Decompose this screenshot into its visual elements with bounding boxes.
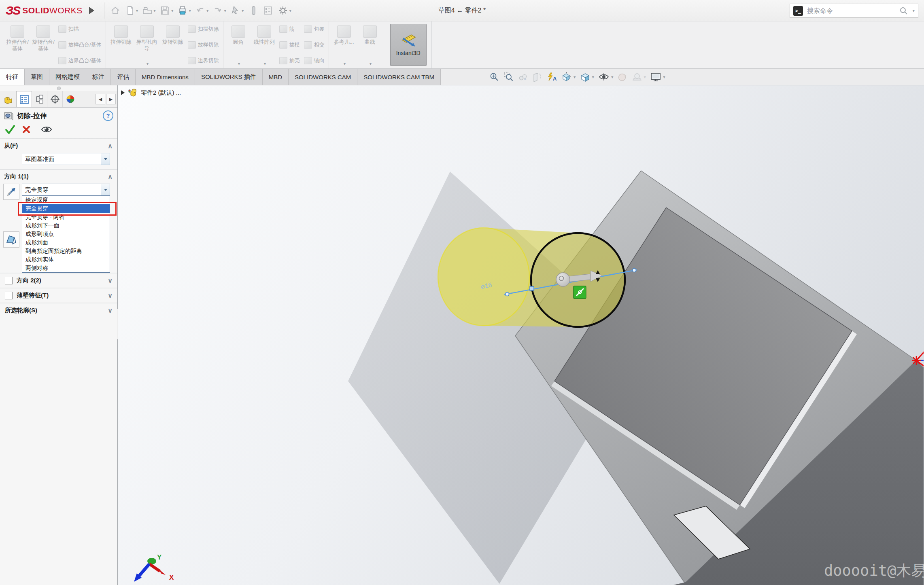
boundary-boss-button[interactable]: 边界凸台/基体 xyxy=(58,57,102,64)
direction1-section-header[interactable]: 方向 1(1) ∧ xyxy=(0,170,117,183)
chevron-up-icon[interactable]: ∧ xyxy=(108,173,113,180)
chevron-up-icon[interactable]: ∧ xyxy=(108,142,113,150)
loft-boss-button[interactable]: 放样凸台/基体 xyxy=(58,41,102,49)
curves-button[interactable]: 曲线 ▾ xyxy=(358,23,382,67)
selected-contours-section-header[interactable]: 所选轮廓(S) ∨ xyxy=(0,303,117,318)
dropdown-option[interactable]: 成形到顶点 xyxy=(22,230,110,238)
configuration-manager-tab[interactable] xyxy=(32,91,47,107)
loft-cut-button[interactable]: 放样切除 xyxy=(188,41,219,49)
dropdown-option[interactable]: 到离指定面指定的距离 xyxy=(22,247,110,255)
mirror-button[interactable]: 镜向 xyxy=(304,57,325,64)
wrap-button[interactable]: 包覆 xyxy=(304,25,325,33)
menu-flyout-arrow-icon[interactable] xyxy=(89,7,94,14)
draft-button[interactable]: 拔模 xyxy=(279,41,300,49)
hole-wizard-button[interactable]: 异型孔向导 ▾ xyxy=(135,23,159,67)
ok-button[interactable] xyxy=(5,125,15,134)
shell-button[interactable]: 抽壳 xyxy=(279,57,300,64)
dimxpert-manager-tab[interactable] xyxy=(47,91,63,107)
rib-button[interactable]: 筋 xyxy=(279,25,300,33)
options-button[interactable]: ▾ xyxy=(276,4,293,17)
help-button[interactable]: ? xyxy=(103,110,113,121)
extrude-cut-button[interactable]: 拉伸切除 xyxy=(109,23,133,67)
dropdown-option[interactable]: 完全贯穿 - 两者 xyxy=(22,213,110,221)
save-button[interactable]: ▾ xyxy=(158,4,175,17)
dropdown-option[interactable]: 给定深度 xyxy=(22,196,110,204)
sweep-button[interactable]: 扫描 xyxy=(58,25,102,33)
edit-appearance-button[interactable] xyxy=(618,72,628,82)
from-combo[interactable]: 草图基准面 xyxy=(22,153,110,165)
direction2-section-header[interactable]: 方向 2(2) ∨ xyxy=(0,273,117,288)
tab-features[interactable]: 特征 xyxy=(0,69,25,85)
sweep-cut-button[interactable]: 扫描切除 xyxy=(188,25,219,33)
view-selector-button[interactable]: A xyxy=(546,72,557,82)
panel-tab-prev-button[interactable]: ◀ xyxy=(96,94,105,104)
select-button[interactable]: ▾ xyxy=(229,4,246,17)
combo-dropdown-button[interactable] xyxy=(101,153,110,165)
preview-eye-button[interactable] xyxy=(40,125,53,134)
redo-button[interactable]: ▾ xyxy=(211,4,228,17)
hide-show-items-button[interactable]: ▾ xyxy=(598,72,614,82)
from-section-header[interactable]: 从(F) ∧ xyxy=(0,139,117,152)
search-icon[interactable] xyxy=(899,6,908,15)
previous-view-button[interactable] xyxy=(518,72,528,82)
tab-evaluate[interactable]: 评估 xyxy=(111,69,136,85)
chevron-down-icon[interactable]: ∨ xyxy=(108,307,113,314)
tab-mbd-dimensions[interactable]: MBD Dimensions xyxy=(136,69,195,85)
instant3d-button[interactable]: Instant3D xyxy=(390,24,427,66)
tab-mbd[interactable]: MBD xyxy=(263,69,289,85)
section-view-button[interactable] xyxy=(532,72,542,82)
tab-addins[interactable]: SOLIDWORKS 插件 xyxy=(195,69,263,85)
sketch-endpoint[interactable] xyxy=(633,269,636,272)
thin-feature-checkbox[interactable] xyxy=(5,292,13,299)
tab-annotation[interactable]: 标注 xyxy=(86,69,111,85)
dropdown-option[interactable]: 成形到实体 xyxy=(22,255,110,264)
revolve-boss-button[interactable]: 旋转凸台/基体 xyxy=(32,23,55,67)
dropdown-option[interactable]: 成形到面 xyxy=(22,238,110,247)
reverse-direction-button[interactable] xyxy=(3,184,19,200)
view-orientation-button[interactable]: ▾ xyxy=(561,72,576,82)
property-manager-tab[interactable] xyxy=(16,91,32,107)
reference-geometry-button[interactable]: 参考几... ▾ xyxy=(332,23,356,67)
component-button[interactable] xyxy=(246,4,260,17)
dropdown-option-selected[interactable]: 完全贯穿 xyxy=(22,204,110,213)
direction2-checkbox[interactable] xyxy=(5,277,13,284)
undo-button[interactable]: ▾ xyxy=(193,4,210,17)
apply-scene-button[interactable]: ▾ xyxy=(632,72,646,82)
dropdown-option[interactable]: 成形到下一面 xyxy=(22,221,110,230)
extrude-boss-button[interactable]: 拉伸凸台/基体 xyxy=(6,23,29,67)
sketch-midpoint-handle[interactable] xyxy=(530,286,534,290)
intersect-button[interactable]: 相交 xyxy=(304,41,325,49)
view-settings-button[interactable]: ▾ xyxy=(650,72,665,82)
cancel-button[interactable] xyxy=(22,125,31,134)
boundary-cut-button[interactable]: 边界切除 xyxy=(188,57,219,64)
linear-pattern-button[interactable]: 线性阵列 ▾ xyxy=(253,23,276,67)
panel-splitter-handle[interactable] xyxy=(57,87,61,90)
command-search[interactable]: >_ ▾ xyxy=(790,4,918,18)
draft-on-off-button[interactable] xyxy=(3,231,19,248)
cut-preview-end-cap[interactable] xyxy=(438,228,529,326)
tab-cam-tbm[interactable]: SOLIDWORKS CAM TBM xyxy=(357,69,441,85)
combo-dropdown-button[interactable] xyxy=(101,184,110,195)
thin-feature-section-header[interactable]: 薄壁特征(T) ∨ xyxy=(0,288,117,303)
zoom-area-button[interactable] xyxy=(503,72,514,82)
end-condition-combo[interactable]: 完全贯穿 xyxy=(22,184,110,196)
chevron-down-icon[interactable]: ∨ xyxy=(108,277,113,284)
tab-cam[interactable]: SOLIDWORKS CAM xyxy=(289,69,357,85)
tab-mesh-modeling[interactable]: 网格建模 xyxy=(49,69,86,85)
dropdown-option[interactable]: 两侧对称 xyxy=(22,264,110,272)
dropdown-caret-icon[interactable]: ▾ xyxy=(912,8,915,13)
home-button[interactable] xyxy=(108,4,122,17)
revolve-cut-button[interactable]: 旋转切除 xyxy=(161,23,185,67)
tab-sketch[interactable]: 草图 xyxy=(25,69,49,85)
chevron-down-icon[interactable]: ∨ xyxy=(108,292,113,299)
graphics-viewport[interactable]: dooooit@木易 ⌀16 xyxy=(118,85,924,585)
fillet-button[interactable]: 圆角 ▾ xyxy=(227,23,250,67)
tree-root-label[interactable]: 零件2 (默认) ... xyxy=(141,89,181,97)
sketch-endpoint[interactable] xyxy=(506,292,509,296)
search-input[interactable] xyxy=(806,7,896,15)
display-manager-tab[interactable] xyxy=(63,91,78,107)
print-button[interactable]: ▾ xyxy=(176,4,193,17)
design-library-button[interactable] xyxy=(261,4,275,17)
panel-tab-next-button[interactable]: ▶ xyxy=(106,94,116,104)
zoom-fit-button[interactable] xyxy=(489,72,499,82)
